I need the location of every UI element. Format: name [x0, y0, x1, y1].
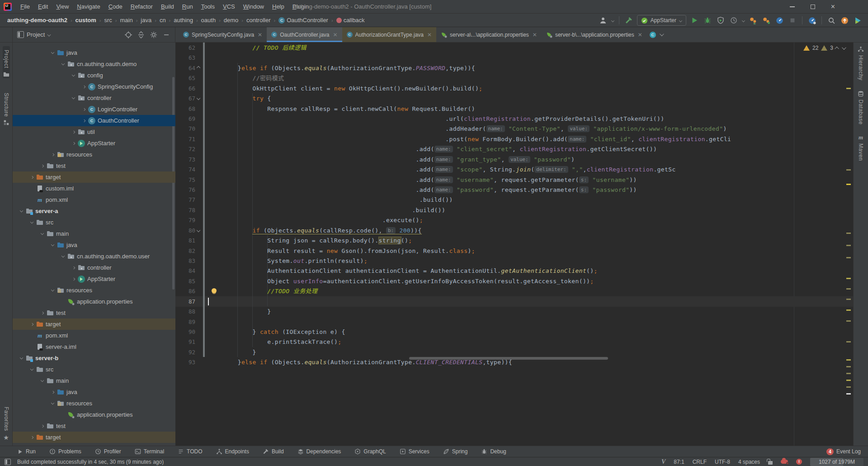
menu-navigate[interactable]: Navigate: [73, 0, 104, 14]
event-log-button[interactable]: 4Event Log: [826, 448, 861, 455]
tree-item-test[interactable]: test: [13, 160, 175, 171]
chevron-right-icon[interactable]: [70, 140, 77, 147]
coverage-icon[interactable]: [716, 15, 726, 25]
chevron-down-icon[interactable]: [60, 253, 66, 260]
code-line-74[interactable]: 74 .add(name: "scope", String.join(delim…: [175, 164, 853, 175]
profile-alloc-icon[interactable]: [761, 15, 771, 25]
chevron-right-icon[interactable]: [49, 151, 56, 158]
tree-item-src[interactable]: src: [13, 364, 175, 375]
fold-marker-up-icon[interactable]: [197, 67, 200, 69]
chevron-right-icon[interactable]: [39, 309, 46, 316]
error-stripe-mark[interactable]: [846, 299, 851, 300]
chevron-right-icon[interactable]: [70, 276, 77, 282]
chevron-right-icon[interactable]: [28, 434, 35, 441]
tree-item-java[interactable]: java: [13, 239, 175, 251]
tree-item-application-properties[interactable]: application.properties: [13, 409, 175, 420]
breadcrumb-item-java[interactable]: java: [140, 17, 152, 24]
toolwindow-graphql[interactable]: GraphQL: [354, 448, 386, 455]
user-dropdown-icon[interactable]: [611, 19, 614, 22]
tree-item-main[interactable]: main: [13, 375, 175, 386]
play-icon[interactable]: [689, 15, 699, 25]
code-line-93[interactable]: 93 }else if (Objects.equals(Authorizatio…: [175, 357, 853, 367]
tree-item-application-properties[interactable]: application.properties: [13, 296, 175, 307]
chevron-right-icon[interactable]: [39, 162, 46, 169]
code-line-68[interactable]: 68 Response callResp = client.newCall(ne…: [175, 104, 853, 114]
chevron-down-icon[interactable]: [18, 355, 25, 361]
expand-collapse-icon[interactable]: [136, 30, 146, 40]
breadcrumb-item-oauthcontroller[interactable]: COauthController: [278, 17, 329, 24]
code-line-81[interactable]: 81 String json = callResp.body().string(…: [175, 235, 853, 246]
tree-item-target[interactable]: target: [13, 432, 175, 443]
profiler-clock-icon[interactable]: [729, 15, 739, 25]
tab-springsecurityconfig-java[interactable]: CSpringSecurityConfig.java✕: [179, 27, 267, 42]
tab-authorizationgranttype-java[interactable]: CAuthorizationGrantType.java✕: [342, 27, 436, 42]
error-stripe-mark[interactable]: [846, 257, 851, 258]
code-line-82[interactable]: 82 Result result = new Gson().fromJson(j…: [175, 246, 853, 256]
error-stripe-mark[interactable]: [846, 288, 851, 290]
menu-vcs[interactable]: VCS: [219, 0, 239, 14]
minimize-button[interactable]: [782, 0, 802, 14]
sidebar-item-maven[interactable]: m Maven: [858, 134, 864, 164]
toolwindow-problems[interactable]: Problems: [49, 448, 81, 455]
tree-item-springsecurityconfig[interactable]: CSpringSecurityConfig: [13, 81, 175, 92]
tool-window-switcher-icon[interactable]: [5, 459, 11, 465]
code-line-65[interactable]: 65 //密码模式: [175, 73, 853, 83]
tree-item-custom-iml[interactable]: custom.iml: [13, 183, 175, 194]
locate-file-icon[interactable]: [123, 30, 133, 40]
chevron-down-icon[interactable]: [18, 208, 25, 214]
close-tab-icon[interactable]: ✕: [533, 32, 537, 38]
code-line-63[interactable]: 63: [175, 52, 853, 63]
code-line-85[interactable]: 85 Object userInfo=authenticationClient.…: [175, 276, 853, 286]
toolwindow-spring[interactable]: Spring: [443, 448, 468, 455]
toolwindow-todo[interactable]: TODO: [178, 448, 202, 455]
error-stripe-mark[interactable]: [846, 169, 851, 171]
sync-error-cloud-icon[interactable]: [781, 460, 788, 464]
tree-item-appstarter[interactable]: AppStarter: [13, 138, 175, 149]
tree-item-controller[interactable]: controller: [13, 92, 175, 104]
indent-style[interactable]: 4 spaces: [738, 459, 760, 465]
hidden-tabs-dropdown-icon[interactable]: [660, 32, 664, 36]
hammer-icon[interactable]: [624, 15, 634, 25]
profile-cpu-icon[interactable]: [748, 15, 758, 25]
code-line-66[interactable]: 66 OkHttpClient client = new OkHttpClien…: [175, 83, 853, 94]
tree-item-appstarter[interactable]: AppStarter: [13, 273, 175, 285]
code-line-64[interactable]: 64 }else if (Objects.equals(Authorizatio…: [175, 63, 853, 73]
close-button[interactable]: ×: [823, 0, 843, 14]
chevron-right-icon[interactable]: [70, 128, 77, 135]
code-editor[interactable]: 22 3 62 // TODO 后续逻辑6364 }else if (Objec…: [175, 43, 853, 446]
code-line-84[interactable]: 84 AuthenticationClient authenticationCl…: [175, 266, 853, 276]
menu-build[interactable]: Build: [157, 0, 178, 14]
code-line-90[interactable]: 90 } catch (IOException e) {: [175, 327, 853, 337]
code-line-72[interactable]: 72 .add(name: "client_secret", clientReg…: [175, 144, 853, 154]
chevron-right-icon[interactable]: [28, 174, 35, 181]
code-line-87[interactable]: 87: [175, 296, 853, 307]
tree-item-util[interactable]: util: [13, 126, 175, 138]
close-tab-icon[interactable]: ✕: [333, 32, 338, 38]
hidden-tab-icon[interactable]: C: [650, 32, 656, 38]
chevron-down-icon[interactable]: [49, 400, 56, 407]
code-line-77[interactable]: 77 .build()): [175, 195, 853, 205]
code-line-91[interactable]: 91 e.printStackTrace();: [175, 337, 853, 347]
error-stripe-mark[interactable]: [846, 88, 851, 89]
tree-item-resources[interactable]: resources: [13, 149, 175, 160]
breadcrumb-item-custom[interactable]: custom: [75, 17, 97, 24]
tree-item-main[interactable]: main: [13, 228, 175, 239]
error-stripe-mark[interactable]: [846, 309, 851, 311]
error-stripe-mark[interactable]: [846, 393, 851, 395]
tree-item-cn-authing-oauth-demo-user[interactable]: cn.authing.oauth.demo.user: [13, 251, 175, 262]
profiler-dropdown-icon[interactable]: [742, 19, 745, 22]
tree-item-target[interactable]: target: [13, 171, 175, 183]
readonly-lock-icon[interactable]: [768, 461, 773, 465]
gauge-icon[interactable]: [774, 15, 784, 25]
error-stripe-mark[interactable]: [846, 386, 851, 388]
menu-window[interactable]: Window: [239, 0, 268, 14]
vim-mode-icon[interactable]: V: [661, 459, 665, 465]
error-stripe-mark[interactable]: [846, 278, 851, 279]
tree-item-logincontroller[interactable]: CLoginController: [13, 104, 175, 115]
chevron-down-icon[interactable]: [49, 287, 56, 294]
error-notification-icon[interactable]: !: [796, 459, 802, 465]
code-line-73[interactable]: 73 .add(name: "grant_type", value: "pass…: [175, 154, 853, 165]
tab-server-a-application-properties[interactable]: server-a\...\application.properties✕: [436, 27, 542, 42]
error-stripe-mark[interactable]: [846, 359, 851, 361]
error-stripe-mark[interactable]: [846, 373, 851, 374]
